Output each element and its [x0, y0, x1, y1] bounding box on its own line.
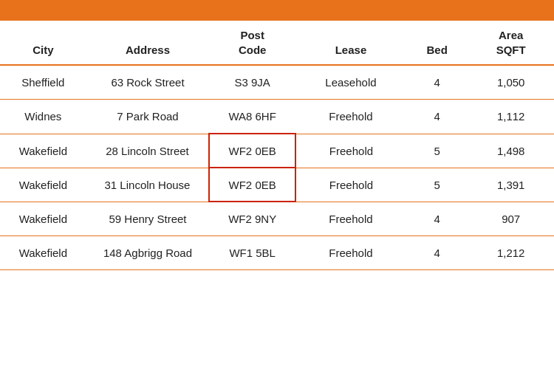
table-row: Wakefield31 Lincoln HouseWF2 0EBFreehold…: [0, 168, 554, 202]
cell-lease: Freehold: [295, 236, 406, 270]
cell-area: 1,498: [468, 134, 554, 168]
property-table: City Address PostCode Lease Bed AreaSQFT…: [0, 21, 554, 270]
cell-city: Sheffield: [0, 65, 86, 100]
cell-lease: Leasehold: [295, 65, 406, 100]
cell-postcode: WF2 9NY: [209, 202, 295, 236]
cell-address: 28 Lincoln Street: [86, 134, 210, 168]
cell-area: 907: [468, 202, 554, 236]
cell-lease: Freehold: [295, 168, 406, 202]
cell-postcode: WF1 5BL: [209, 236, 295, 270]
table-row: Widnes7 Park RoadWA8 6HFFreehold41,112: [0, 100, 554, 134]
cell-address: 31 Lincoln House: [86, 168, 210, 202]
cell-city: Widnes: [0, 100, 86, 134]
cell-bed: 4: [406, 65, 468, 100]
cell-city: Wakefield: [0, 236, 86, 270]
cell-area: 1,391: [468, 168, 554, 202]
cell-area: 1,050: [468, 65, 554, 100]
cell-bed: 5: [406, 134, 468, 168]
cell-lease: Freehold: [295, 202, 406, 236]
cell-address: 59 Henry Street: [86, 202, 210, 236]
table-header-row: City Address PostCode Lease Bed AreaSQFT: [0, 21, 554, 65]
cell-area: 1,212: [468, 236, 554, 270]
cell-address: 7 Park Road: [86, 100, 210, 134]
cell-postcode: S3 9JA: [209, 65, 295, 100]
cell-postcode: WF2 0EB: [209, 168, 295, 202]
table-row: Wakefield148 Agbrigg RoadWF1 5BLFreehold…: [0, 236, 554, 270]
cell-area: 1,112: [468, 100, 554, 134]
header-bed: Bed: [406, 21, 468, 65]
cell-city: Wakefield: [0, 202, 86, 236]
header-area: AreaSQFT: [468, 21, 554, 65]
cell-postcode: WF2 0EB: [209, 134, 295, 168]
cell-address: 63 Rock Street: [86, 65, 210, 100]
table-row: Sheffield63 Rock StreetS3 9JALeasehold41…: [0, 65, 554, 100]
cell-lease: Freehold: [295, 134, 406, 168]
cell-bed: 4: [406, 100, 468, 134]
header-lease: Lease: [295, 21, 406, 65]
cell-city: Wakefield: [0, 168, 86, 202]
header-city: City: [0, 21, 86, 65]
cell-bed: 5: [406, 168, 468, 202]
table-wrapper: City Address PostCode Lease Bed AreaSQFT…: [0, 21, 554, 270]
cell-city: Wakefield: [0, 134, 86, 168]
cell-bed: 4: [406, 236, 468, 270]
cell-address: 148 Agbrigg Road: [86, 236, 210, 270]
cell-postcode: WA8 6HF: [209, 100, 295, 134]
header-address: Address: [86, 21, 210, 65]
table-row: Wakefield28 Lincoln StreetWF2 0EBFreehol…: [0, 134, 554, 168]
cell-bed: 4: [406, 202, 468, 236]
header-postcode: PostCode: [209, 21, 295, 65]
top-orange-bar: [0, 0, 554, 21]
cell-lease: Freehold: [295, 100, 406, 134]
table-row: Wakefield59 Henry StreetWF2 9NYFreehold4…: [0, 202, 554, 236]
